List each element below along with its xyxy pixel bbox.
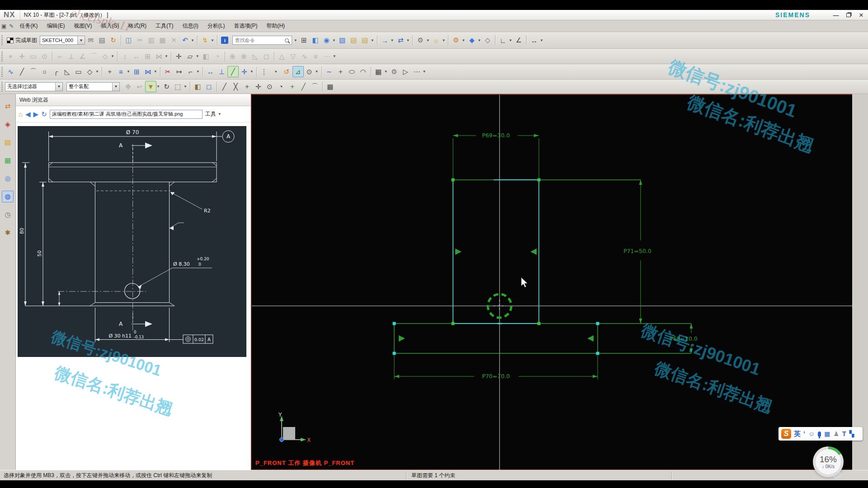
alternate-solution-icon[interactable]: ↺: [281, 66, 292, 77]
polygon-icon-dropdown[interactable]: ▼: [95, 70, 99, 74]
cut-icon[interactable]: ✂: [134, 35, 146, 46]
utilities-gear-icon-dropdown[interactable]: ▼: [462, 38, 465, 42]
punctuation-icon[interactable]: ’: [803, 430, 805, 437]
snap-enabled-icon[interactable]: ╱: [227, 66, 239, 77]
import-view-icon[interactable]: ⇄: [395, 35, 406, 46]
display-constraints-icon[interactable]: ⊿: [292, 66, 304, 77]
rectangle-icon[interactable]: ▭: [73, 66, 84, 77]
select-handle-icon[interactable]: ✥: [123, 81, 134, 92]
menu-item-6[interactable]: 信息(I): [178, 21, 203, 31]
send-to-email-icon[interactable]: ✉: [85, 35, 96, 46]
select-prev-icon[interactable]: ↩: [134, 81, 145, 92]
close-button[interactable]: ✕: [857, 11, 865, 19]
address-input[interactable]: [50, 110, 203, 119]
notebook-icon[interactable]: ▦: [325, 81, 336, 92]
diamond-tool-icon[interactable]: ◇: [99, 51, 111, 62]
save-icon[interactable]: ◫: [123, 35, 134, 46]
menu-item-3[interactable]: 插入(S): [96, 21, 123, 31]
dim-p69-label[interactable]: P69=30.0: [482, 132, 510, 139]
wcs-triad[interactable]: Y X: [278, 412, 311, 443]
arc-tool-icon[interactable]: ⌒: [88, 51, 99, 62]
skin-person-icon[interactable]: ♟: [833, 430, 839, 437]
dim-p70-label[interactable]: P70=70.0: [482, 373, 510, 380]
delete-icon[interactable]: ✕: [168, 35, 179, 46]
snap-tangent-icon[interactable]: ⌒: [309, 81, 321, 92]
snap-arc-center-icon[interactable]: ⊙: [264, 81, 275, 92]
selection-scope-dropdown[interactable]: ▼: [112, 83, 119, 91]
menu-item-0[interactable]: 任务(K): [15, 21, 42, 31]
snap-control-point-icon[interactable]: ＋: [241, 81, 253, 92]
render-style-icon-dropdown[interactable]: ▼: [332, 38, 336, 42]
dim-p69[interactable]: [453, 136, 539, 178]
ime-language-toggle[interactable]: 英: [794, 430, 801, 438]
mirror-curve-icon-dropdown[interactable]: ▼: [154, 70, 157, 74]
chamfer-icon[interactable]: ◺: [61, 66, 73, 77]
skin-shirt-icon[interactable]: T: [842, 430, 846, 437]
subtract-icon[interactable]: ⊗: [238, 51, 250, 62]
trim-icon[interactable]: ✂: [162, 66, 174, 77]
mirror-curve-icon[interactable]: ⋈: [142, 66, 154, 77]
measure-angle-icon[interactable]: ∠: [513, 35, 524, 46]
auto-constrain-icon[interactable]: ✛: [239, 66, 250, 77]
toolbar-grip[interactable]: [1, 35, 3, 45]
profile-icon[interactable]: ∿: [5, 66, 16, 77]
window-layout-icon[interactable]: ⊞: [298, 35, 310, 46]
mirror-icon-dropdown[interactable]: ▼: [165, 54, 168, 58]
mic-icon[interactable]: [818, 432, 821, 436]
dimension-rapid-icon[interactable]: ↔: [205, 66, 216, 77]
menu-item-9[interactable]: 帮助(H): [262, 21, 289, 31]
soft-keyboard-icon[interactable]: ▦: [824, 430, 830, 437]
shaded-select-icon[interactable]: ◧: [192, 81, 203, 92]
snap-existing-point-icon[interactable]: ＋: [287, 81, 298, 92]
more-tools-icon-dropdown[interactable]: ▼: [333, 54, 336, 58]
revolve-icon[interactable]: ◔: [212, 51, 223, 62]
visualization-icon[interactable]: ☼: [430, 35, 442, 46]
snap-midpoint-icon[interactable]: ╳: [230, 81, 241, 92]
pattern-icon[interactable]: ⊞: [142, 51, 153, 62]
wcs-icon[interactable]: ✛: [173, 51, 184, 62]
selection-filter-combo[interactable]: 无选择过滤器 ▼: [5, 82, 63, 91]
auto-constrain-icon-dropdown[interactable]: ▼: [250, 70, 254, 74]
background-icon[interactable]: ▧: [337, 35, 348, 46]
touch-mode-icon[interactable]: ◇: [482, 35, 493, 46]
open-folder-icon[interactable]: ▤: [359, 35, 371, 46]
mini-restore-icon[interactable]: [834, 473, 841, 479]
more-tools-icon[interactable]: ⋯: [321, 51, 333, 62]
refresh-icon[interactable]: ↻: [41, 110, 47, 118]
marquee-select-icon[interactable]: ⬚: [172, 81, 184, 92]
menu-item-2[interactable]: 视图(V): [69, 21, 96, 31]
tools-menu[interactable]: 工具 ▼: [205, 110, 222, 118]
more-sketch-icon-dropdown[interactable]: ▼: [422, 70, 426, 74]
zoom-fit-icon[interactable]: ✛: [16, 51, 28, 62]
diamond-tool-icon-dropdown[interactable]: ▼: [111, 54, 114, 58]
corner-icon[interactable]: ⌐: [185, 66, 196, 77]
show-sketch-icon[interactable]: ▦: [373, 66, 384, 77]
circle-icon[interactable]: ○: [39, 66, 50, 77]
command-finder[interactable]: 查找命令: [232, 36, 292, 45]
snap-quadrant-icon[interactable]: ◔: [275, 81, 287, 92]
roles-icon[interactable]: ◆: [466, 35, 477, 46]
menu-item-4[interactable]: 格式(R): [123, 21, 151, 31]
render-style-icon[interactable]: ◉: [321, 35, 332, 46]
sogou-logo-icon[interactable]: S: [781, 429, 791, 439]
dimension-icon-dropdown[interactable]: ▼: [540, 38, 543, 42]
orient-view-icon[interactable]: ⌖: [5, 51, 16, 62]
menu-item-7[interactable]: 分析(L): [203, 21, 230, 31]
snap-point-on-curve-icon[interactable]: ╱: [298, 81, 309, 92]
assembly-navigator-icon[interactable]: ⇄: [2, 100, 14, 112]
offset-curve-icon[interactable]: ≡: [115, 66, 127, 77]
workspace-icon[interactable]: ▣: [0, 23, 8, 29]
plus-icon[interactable]: ＋: [104, 66, 115, 77]
sweep-icon[interactable]: ∿: [299, 51, 310, 62]
hd3d-tools-icon[interactable]: ◎: [2, 173, 14, 184]
reuse-library-icon[interactable]: ▦: [2, 155, 14, 166]
ellipse-icon[interactable]: ⬭: [346, 66, 358, 77]
constraints-icon[interactable]: ⊥: [216, 66, 227, 77]
thread-icon[interactable]: ≡: [310, 51, 321, 62]
relations-icon[interactable]: ⊙: [304, 66, 315, 77]
datum-plane-icon-dropdown[interactable]: ▼: [196, 54, 199, 58]
gear-pair-icon-dropdown[interactable]: ▼: [426, 38, 429, 42]
arc-icon[interactable]: ⌒: [28, 66, 39, 77]
sketch-curves[interactable]: [394, 180, 691, 353]
measure-distance-icon[interactable]: ∟: [497, 35, 509, 46]
